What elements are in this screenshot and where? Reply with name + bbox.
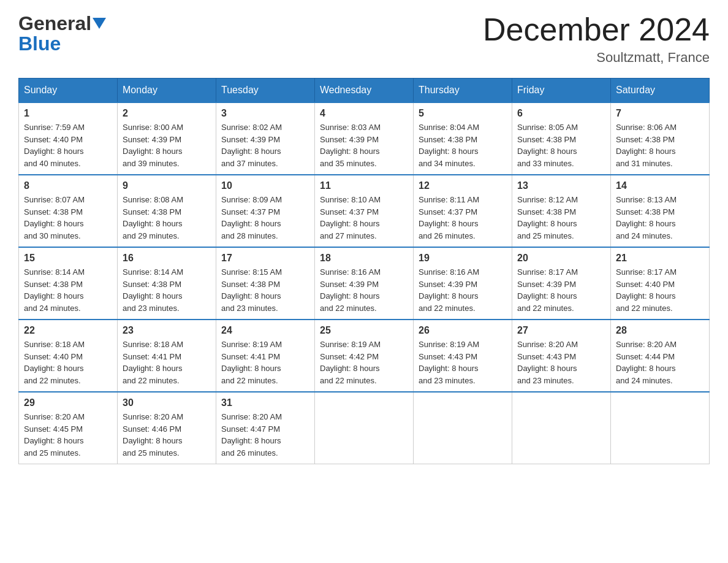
day-info: Sunrise: 8:20 AMSunset: 4:44 PMDaylight:…	[616, 340, 677, 385]
day-number: 7	[616, 108, 704, 119]
day-info: Sunrise: 8:07 AMSunset: 4:38 PMDaylight:…	[24, 195, 85, 240]
logo-general-text: General	[18, 12, 91, 35]
day-number: 14	[616, 180, 704, 191]
day-number: 28	[616, 325, 704, 336]
calendar-cell: 22 Sunrise: 8:18 AMSunset: 4:40 PMDaylig…	[19, 320, 118, 392]
day-info: Sunrise: 8:17 AMSunset: 4:40 PMDaylight:…	[616, 267, 677, 313]
day-info: Sunrise: 8:19 AMSunset: 4:41 PMDaylight:…	[221, 340, 282, 385]
day-number: 6	[517, 108, 605, 119]
day-info: Sunrise: 8:16 AMSunset: 4:39 PMDaylight:…	[320, 267, 381, 313]
day-info: Sunrise: 8:20 AMSunset: 4:47 PMDaylight:…	[221, 412, 282, 458]
calendar-cell: 13 Sunrise: 8:12 AMSunset: 4:38 PMDaylig…	[512, 175, 611, 247]
calendar-cell: 24 Sunrise: 8:19 AMSunset: 4:41 PMDaylig…	[216, 320, 315, 392]
calendar-cell: 23 Sunrise: 8:18 AMSunset: 4:41 PMDaylig…	[118, 320, 216, 392]
calendar-cell	[512, 392, 611, 464]
day-number: 10	[221, 180, 309, 191]
calendar-cell: 12 Sunrise: 8:11 AMSunset: 4:37 PMDaylig…	[414, 175, 512, 247]
calendar-cell: 7 Sunrise: 8:06 AMSunset: 4:38 PMDayligh…	[611, 102, 710, 175]
calendar-cell: 25 Sunrise: 8:19 AMSunset: 4:42 PMDaylig…	[315, 320, 414, 392]
day-number: 25	[320, 325, 408, 336]
calendar-cell	[414, 392, 512, 464]
day-info: Sunrise: 8:15 AMSunset: 4:38 PMDaylight:…	[221, 267, 282, 313]
calendar-cell: 28 Sunrise: 8:20 AMSunset: 4:44 PMDaylig…	[611, 320, 710, 392]
day-number: 23	[123, 325, 211, 336]
weekday-header-row: SundayMondayTuesdayWednesdayThursdayFrid…	[19, 79, 710, 103]
calendar-cell: 8 Sunrise: 8:07 AMSunset: 4:38 PMDayligh…	[19, 175, 118, 247]
page-header: General Blue December 2024 Soultzmatt, F…	[18, 12, 710, 66]
day-number: 13	[517, 180, 605, 191]
calendar-cell: 1 Sunrise: 7:59 AMSunset: 4:40 PMDayligh…	[19, 102, 118, 175]
day-info: Sunrise: 8:14 AMSunset: 4:38 PMDaylight:…	[24, 267, 85, 313]
calendar-cell: 18 Sunrise: 8:16 AMSunset: 4:39 PMDaylig…	[315, 247, 414, 320]
calendar-week-3: 15 Sunrise: 8:14 AMSunset: 4:38 PMDaylig…	[19, 247, 710, 320]
day-info: Sunrise: 8:19 AMSunset: 4:42 PMDaylight:…	[320, 340, 381, 385]
calendar-cell: 11 Sunrise: 8:10 AMSunset: 4:37 PMDaylig…	[315, 175, 414, 247]
day-number: 20	[517, 253, 605, 264]
calendar-week-4: 22 Sunrise: 8:18 AMSunset: 4:40 PMDaylig…	[19, 320, 710, 392]
calendar-cell	[315, 392, 414, 464]
day-number: 12	[419, 180, 507, 191]
calendar-week-1: 1 Sunrise: 7:59 AMSunset: 4:40 PMDayligh…	[19, 102, 710, 175]
day-info: Sunrise: 8:20 AMSunset: 4:43 PMDaylight:…	[517, 340, 578, 385]
day-info: Sunrise: 8:08 AMSunset: 4:38 PMDaylight:…	[123, 195, 183, 240]
day-info: Sunrise: 8:06 AMSunset: 4:38 PMDaylight:…	[616, 123, 677, 168]
calendar-cell: 26 Sunrise: 8:19 AMSunset: 4:43 PMDaylig…	[414, 320, 512, 392]
weekday-header-friday: Friday	[512, 79, 611, 103]
day-number: 5	[419, 108, 507, 119]
day-info: Sunrise: 8:18 AMSunset: 4:41 PMDaylight:…	[123, 340, 183, 385]
day-info: Sunrise: 8:19 AMSunset: 4:43 PMDaylight:…	[419, 340, 479, 385]
day-number: 2	[123, 108, 211, 119]
day-info: Sunrise: 8:10 AMSunset: 4:37 PMDaylight:…	[320, 195, 381, 240]
day-number: 22	[24, 325, 112, 336]
calendar-cell: 16 Sunrise: 8:14 AMSunset: 4:38 PMDaylig…	[118, 247, 216, 320]
day-number: 29	[24, 397, 112, 408]
day-info: Sunrise: 8:03 AMSunset: 4:39 PMDaylight:…	[320, 123, 381, 168]
day-info: Sunrise: 8:20 AMSunset: 4:45 PMDaylight:…	[24, 412, 85, 458]
day-number: 26	[419, 325, 507, 336]
calendar-cell: 20 Sunrise: 8:17 AMSunset: 4:39 PMDaylig…	[512, 247, 611, 320]
calendar-cell: 6 Sunrise: 8:05 AMSunset: 4:38 PMDayligh…	[512, 102, 611, 175]
day-number: 30	[123, 397, 211, 408]
location: Soultzmatt, France	[483, 50, 710, 66]
day-number: 21	[616, 253, 704, 264]
day-number: 27	[517, 325, 605, 336]
calendar-table: SundayMondayTuesdayWednesdayThursdayFrid…	[18, 78, 710, 464]
weekday-header-saturday: Saturday	[611, 79, 710, 103]
calendar-cell	[611, 392, 710, 464]
calendar-cell: 19 Sunrise: 8:16 AMSunset: 4:39 PMDaylig…	[414, 247, 512, 320]
logo: General Blue	[18, 12, 106, 55]
calendar-cell: 29 Sunrise: 8:20 AMSunset: 4:45 PMDaylig…	[19, 392, 118, 464]
calendar-cell: 9 Sunrise: 8:08 AMSunset: 4:38 PMDayligh…	[118, 175, 216, 247]
calendar-cell: 21 Sunrise: 8:17 AMSunset: 4:40 PMDaylig…	[611, 247, 710, 320]
day-number: 31	[221, 397, 309, 408]
day-info: Sunrise: 8:05 AMSunset: 4:38 PMDaylight:…	[517, 123, 578, 168]
day-info: Sunrise: 8:00 AMSunset: 4:39 PMDaylight:…	[123, 123, 183, 168]
weekday-header-monday: Monday	[118, 79, 216, 103]
day-number: 24	[221, 325, 309, 336]
day-number: 9	[123, 180, 211, 191]
day-info: Sunrise: 8:09 AMSunset: 4:37 PMDaylight:…	[221, 195, 282, 240]
day-info: Sunrise: 8:18 AMSunset: 4:40 PMDaylight:…	[24, 340, 85, 385]
day-number: 3	[221, 108, 309, 119]
weekday-header-sunday: Sunday	[19, 79, 118, 103]
calendar-cell: 17 Sunrise: 8:15 AMSunset: 4:38 PMDaylig…	[216, 247, 315, 320]
calendar-cell: 4 Sunrise: 8:03 AMSunset: 4:39 PMDayligh…	[315, 102, 414, 175]
day-info: Sunrise: 8:11 AMSunset: 4:37 PMDaylight:…	[419, 195, 479, 240]
day-number: 18	[320, 253, 408, 264]
day-number: 17	[221, 253, 309, 264]
calendar-cell: 10 Sunrise: 8:09 AMSunset: 4:37 PMDaylig…	[216, 175, 315, 247]
calendar-cell: 5 Sunrise: 8:04 AMSunset: 4:38 PMDayligh…	[414, 102, 512, 175]
day-info: Sunrise: 8:12 AMSunset: 4:38 PMDaylight:…	[517, 195, 578, 240]
calendar-cell: 15 Sunrise: 8:14 AMSunset: 4:38 PMDaylig…	[19, 247, 118, 320]
calendar-cell: 2 Sunrise: 8:00 AMSunset: 4:39 PMDayligh…	[118, 102, 216, 175]
calendar-cell: 30 Sunrise: 8:20 AMSunset: 4:46 PMDaylig…	[118, 392, 216, 464]
weekday-header-tuesday: Tuesday	[216, 79, 315, 103]
title-block: December 2024 Soultzmatt, France	[483, 12, 710, 66]
logo-blue-text: Blue	[18, 33, 61, 55]
logo-triangle-icon	[93, 18, 106, 31]
calendar-cell: 27 Sunrise: 8:20 AMSunset: 4:43 PMDaylig…	[512, 320, 611, 392]
day-number: 4	[320, 108, 408, 119]
day-info: Sunrise: 8:16 AMSunset: 4:39 PMDaylight:…	[419, 267, 479, 313]
day-info: Sunrise: 7:59 AMSunset: 4:40 PMDaylight:…	[24, 123, 85, 168]
month-title: December 2024	[483, 12, 710, 47]
